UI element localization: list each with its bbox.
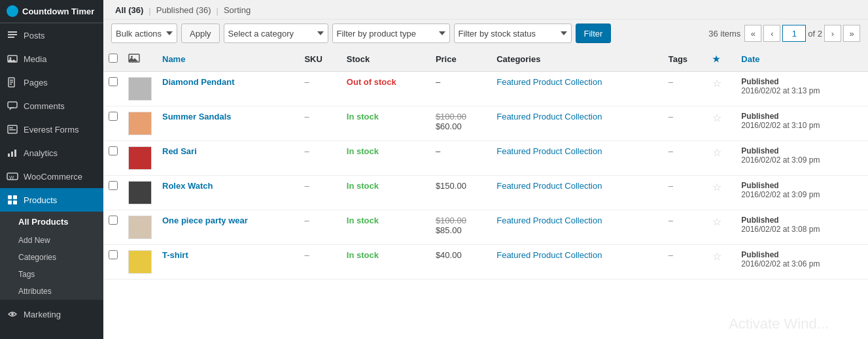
col-header-star: ★ bbox=[707, 47, 736, 72]
row-sku-2: – bbox=[299, 141, 341, 176]
row-stock-1: In stock bbox=[341, 106, 430, 141]
col-header-date[interactable]: Date bbox=[736, 47, 868, 72]
product-name-link-1[interactable]: Summer Sandals bbox=[162, 112, 232, 121]
star-icon-5[interactable]: ☆ bbox=[712, 251, 721, 262]
date-status-1: Published bbox=[741, 112, 778, 121]
sidebar-item-marketing[interactable]: Marketing bbox=[0, 302, 103, 326]
pag-first-button[interactable]: « bbox=[744, 25, 761, 42]
row-checkbox-1[interactable] bbox=[109, 112, 118, 121]
star-icon-4[interactable]: ☆ bbox=[712, 216, 721, 227]
svg-point-24 bbox=[131, 56, 133, 58]
row-checkbox-4[interactable] bbox=[109, 216, 118, 225]
row-tags-3: – bbox=[663, 176, 707, 210]
submenu-tags[interactable]: Tags bbox=[0, 266, 103, 283]
svg-rect-19 bbox=[13, 195, 17, 199]
woo-icon: W bbox=[7, 170, 18, 182]
row-tags-0: – bbox=[663, 72, 707, 106]
forms-icon bbox=[7, 123, 18, 135]
row-sku-1: – bbox=[299, 106, 341, 141]
posts-icon bbox=[7, 29, 18, 41]
row-checkbox-3[interactable] bbox=[109, 181, 118, 190]
submenu-all-products[interactable]: All Products bbox=[0, 212, 103, 232]
row-star-3: ☆ bbox=[707, 176, 736, 210]
star-icon-0[interactable]: ☆ bbox=[712, 78, 721, 89]
products-tbody: Diamond Pendant –Out of stock– Featured … bbox=[103, 72, 868, 280]
category-select[interactable]: Select a category bbox=[224, 24, 328, 43]
product-name-link-5[interactable]: T-shirt bbox=[162, 250, 188, 260]
date-value-3: 2016/02/02 at 3:09 pm bbox=[741, 190, 820, 199]
sidebar-item-forms[interactable]: Everest Forms bbox=[0, 118, 103, 141]
star-icon-3[interactable]: ☆ bbox=[712, 182, 721, 193]
row-star-0: ☆ bbox=[707, 72, 736, 106]
filter-tab-all[interactable]: All (36) bbox=[111, 3, 147, 19]
submenu-attributes[interactable]: Attributes bbox=[0, 283, 103, 300]
sidebar-item-pages[interactable]: Pages bbox=[0, 71, 103, 94]
sidebar-item-woocommerce[interactable]: W WooCommerce bbox=[0, 165, 103, 188]
pag-page-input[interactable] bbox=[782, 25, 806, 42]
row-sku-0: – bbox=[299, 72, 341, 106]
row-sku-3: – bbox=[299, 176, 341, 210]
table-row: Rolex Watch –In stock$150.00 Featured Pr… bbox=[103, 176, 868, 210]
row-sku-4: – bbox=[299, 210, 341, 245]
sidebar-item-media[interactable]: Media bbox=[0, 47, 103, 71]
sidebar-item-pages-label: Pages bbox=[24, 78, 48, 88]
product-type-select[interactable]: Filter by product type bbox=[332, 24, 450, 43]
bulk-actions-select[interactable]: Bulk actions bbox=[111, 24, 177, 43]
apply-button[interactable]: Apply bbox=[181, 24, 220, 43]
row-date-2: Published 2016/02/02 at 3:09 pm bbox=[736, 141, 868, 176]
category-link-2[interactable]: Featured Product Collection bbox=[496, 146, 657, 157]
product-name-link-3[interactable]: Rolex Watch bbox=[162, 181, 213, 191]
row-tags-4: – bbox=[663, 210, 707, 245]
row-name-4: One piece party wear bbox=[157, 210, 299, 245]
date-status-0: Published bbox=[741, 77, 778, 86]
stock-status-select[interactable]: Filter by stock status bbox=[454, 24, 572, 43]
select-all-checkbox[interactable] bbox=[109, 54, 118, 63]
pag-last-button[interactable]: » bbox=[843, 25, 860, 42]
sidebar-item-posts[interactable]: Posts bbox=[0, 24, 103, 47]
filter-button[interactable]: Filter bbox=[576, 24, 612, 43]
product-name-link-4[interactable]: One piece party wear bbox=[162, 216, 248, 225]
row-stock-3: In stock bbox=[341, 176, 430, 210]
filter-tab-sorting[interactable]: Sorting bbox=[220, 3, 254, 19]
sidebar-item-products[interactable]: Products bbox=[0, 188, 103, 212]
row-check-1 bbox=[103, 106, 123, 141]
svg-rect-15 bbox=[14, 150, 16, 157]
row-checkbox-2[interactable] bbox=[109, 146, 118, 155]
sidebar-logo-text: Countdown Timer bbox=[22, 7, 94, 16]
pag-next-button[interactable]: › bbox=[824, 25, 841, 42]
submenu-categories[interactable]: Categories bbox=[0, 249, 103, 266]
row-img-0 bbox=[123, 72, 157, 106]
category-link-3[interactable]: Featured Product Collection bbox=[496, 181, 657, 192]
row-img-2 bbox=[123, 141, 157, 176]
items-count: 36 items bbox=[708, 29, 740, 39]
countdown-logo-icon bbox=[7, 5, 18, 17]
star-icon-2[interactable]: ☆ bbox=[712, 147, 721, 158]
product-name-link-2[interactable]: Red Sari bbox=[162, 146, 197, 156]
row-checkbox-0[interactable] bbox=[109, 77, 118, 86]
row-star-1: ☆ bbox=[707, 106, 736, 141]
product-name-link-0[interactable]: Diamond Pendant bbox=[162, 77, 235, 87]
sidebar-item-comments-label: Comments bbox=[24, 101, 65, 111]
filter-tab-sep-1: | bbox=[147, 6, 152, 16]
row-price-3: $150.00 bbox=[430, 176, 491, 210]
filter-tab-published[interactable]: Published (36) bbox=[152, 3, 215, 19]
svg-rect-8 bbox=[10, 84, 12, 85]
svg-text:W: W bbox=[9, 174, 14, 180]
row-price-2: – bbox=[430, 141, 491, 176]
sidebar-item-comments[interactable]: Comments bbox=[0, 94, 103, 118]
row-check-4 bbox=[103, 210, 123, 245]
row-img-5 bbox=[123, 245, 157, 280]
row-img-4 bbox=[123, 210, 157, 245]
svg-point-22 bbox=[11, 313, 14, 315]
category-link-4[interactable]: Featured Product Collection bbox=[496, 216, 657, 227]
sidebar-logo: Countdown Timer bbox=[0, 0, 103, 23]
submenu-add-new[interactable]: Add New bbox=[0, 232, 103, 249]
category-link-5[interactable]: Featured Product Collection bbox=[496, 250, 657, 261]
star-icon-1[interactable]: ☆ bbox=[712, 112, 721, 123]
sidebar-item-analytics[interactable]: Analytics bbox=[0, 141, 103, 165]
col-header-name[interactable]: Name bbox=[157, 47, 299, 72]
category-link-0[interactable]: Featured Product Collection bbox=[496, 77, 657, 88]
row-checkbox-5[interactable] bbox=[109, 250, 118, 259]
category-link-1[interactable]: Featured Product Collection bbox=[496, 112, 657, 123]
pag-prev-button[interactable]: ‹ bbox=[763, 25, 780, 42]
